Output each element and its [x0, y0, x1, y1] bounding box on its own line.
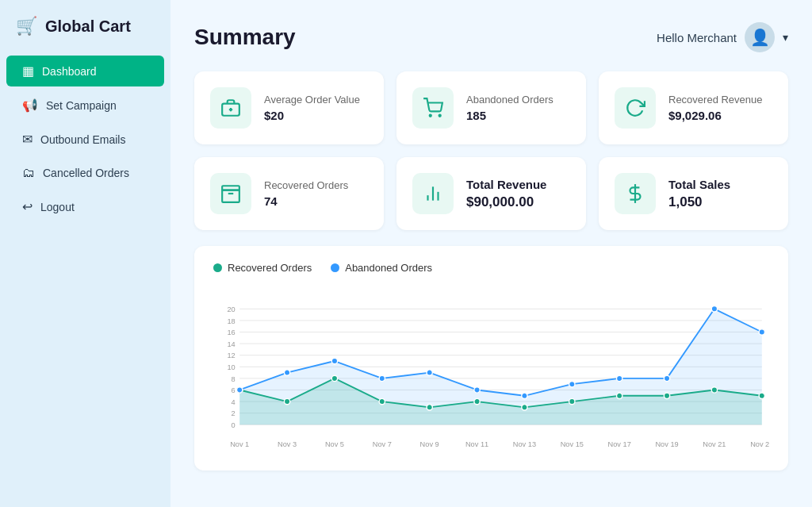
- svg-point-51: [522, 405, 527, 410]
- svg-text:18: 18: [227, 317, 235, 325]
- svg-point-54: [664, 393, 669, 398]
- stat-info: Recovered Orders 74: [264, 179, 348, 208]
- total-sales-icon: [615, 173, 656, 214]
- abandoned-orders-icon: [412, 87, 454, 129]
- legend-abandoned-orders: Abandoned Orders: [331, 262, 432, 274]
- sidebar-item-dashboard[interactable]: ▦ Dashboard: [6, 56, 164, 86]
- stat-card-recovered-revenue: Recovered Revenue $9,029.06: [599, 71, 788, 144]
- sidebar-item-label: Cancelled Orders: [43, 167, 129, 179]
- svg-point-47: [331, 375, 337, 381]
- svg-point-67: [711, 306, 717, 312]
- svg-text:Nov 17: Nov 17: [608, 440, 631, 448]
- stat-label: Total Revenue: [466, 178, 546, 191]
- svg-text:14: 14: [227, 340, 235, 348]
- sidebar-item-logout[interactable]: ↩ Logout: [6, 191, 164, 222]
- svg-point-60: [379, 375, 385, 381]
- email-icon: ✉: [22, 132, 33, 147]
- sidebar: 🛒 Global Cart ▦ Dashboard 📢 Set Campaign…: [0, 0, 170, 507]
- recovered-revenue-icon: [615, 87, 656, 129]
- svg-text:Nov 21: Nov 21: [703, 440, 726, 448]
- main-header: Summary Hello Merchant 👤 ▾: [194, 22, 788, 52]
- avg-order-value-icon: [210, 87, 251, 129]
- svg-text:20: 20: [227, 305, 235, 313]
- stat-value: 74: [264, 194, 348, 208]
- svg-point-58: [284, 370, 289, 375]
- stat-info: Abandoned Orders 185: [466, 94, 553, 122]
- svg-point-4: [439, 115, 441, 117]
- user-menu[interactable]: Hello Merchant 👤 ▾: [657, 22, 788, 52]
- stat-card-total-revenue: Total Revenue $90,000.00: [396, 157, 586, 230]
- svg-text:Nov 9: Nov 9: [420, 440, 439, 448]
- legend-abandoned-label: Abandoned Orders: [345, 262, 432, 274]
- sidebar-item-label: Dashboard: [42, 65, 97, 78]
- legend-recovered-label: Recovered Orders: [228, 262, 312, 274]
- app-name: Global Cart: [45, 17, 131, 36]
- line-chart: 02468101214161820Nov 1Nov 3Nov 5Nov 7Nov…: [213, 283, 769, 458]
- svg-text:Nov 1: Nov 1: [230, 440, 249, 448]
- svg-point-57: [237, 387, 243, 393]
- cart-icon: 🛒: [16, 16, 37, 36]
- stat-info: Total Sales 1,050: [668, 178, 730, 210]
- recovered-orders-icon: [210, 173, 251, 214]
- avatar: 👤: [745, 22, 775, 52]
- user-greeting: Hello Merchant: [657, 31, 737, 44]
- sidebar-item-label: Logout: [40, 201, 75, 213]
- svg-point-61: [427, 370, 432, 375]
- stat-label: Abandoned Orders: [466, 94, 553, 106]
- page-title: Summary: [194, 25, 296, 50]
- svg-point-66: [664, 375, 669, 381]
- chevron-down-icon: ▾: [783, 31, 788, 44]
- sidebar-item-label: Outbound Emails: [40, 133, 125, 146]
- svg-point-48: [379, 398, 385, 404]
- sidebar-item-label: Set Campaign: [46, 99, 117, 112]
- stat-info: Average Order Value $20: [264, 94, 360, 122]
- svg-text:Nov 19: Nov 19: [655, 440, 678, 448]
- svg-text:8: 8: [232, 375, 236, 383]
- svg-text:Nov 24: Nov 24: [750, 440, 769, 448]
- legend-recovered-orders: Recovered Orders: [213, 262, 312, 274]
- svg-point-3: [430, 115, 431, 117]
- svg-text:0: 0: [232, 421, 236, 429]
- svg-text:12: 12: [227, 351, 235, 359]
- svg-text:16: 16: [227, 328, 235, 336]
- stat-value: 185: [466, 109, 553, 122]
- svg-point-46: [284, 398, 289, 404]
- svg-point-56: [759, 393, 764, 398]
- main-content: Summary Hello Merchant 👤 ▾ Average Order…: [170, 0, 812, 507]
- svg-point-55: [711, 387, 717, 393]
- stat-label: Recovered Orders: [264, 179, 348, 191]
- stat-value: 1,050: [668, 194, 730, 210]
- svg-point-68: [759, 329, 764, 335]
- stat-label: Total Sales: [668, 178, 730, 191]
- svg-text:2: 2: [232, 409, 236, 417]
- stat-card-total-sales: Total Sales 1,050: [599, 157, 788, 230]
- chart-area: 02468101214161820Nov 1Nov 3Nov 5Nov 7Nov…: [213, 283, 769, 458]
- total-revenue-icon: [412, 173, 454, 214]
- svg-text:Nov 13: Nov 13: [513, 440, 536, 448]
- logout-icon: ↩: [22, 199, 33, 214]
- stat-label: Average Order Value: [264, 94, 360, 106]
- svg-point-50: [474, 398, 480, 404]
- svg-point-53: [616, 393, 622, 398]
- stats-grid: Average Order Value $20 Abandoned Orders…: [194, 71, 788, 230]
- campaign-icon: 📢: [22, 98, 38, 113]
- stat-card-avg-order-value: Average Order Value $20: [194, 71, 384, 144]
- svg-text:Nov 15: Nov 15: [561, 440, 584, 448]
- svg-point-49: [427, 405, 432, 410]
- stat-card-recovered-orders: Recovered Orders 74: [194, 157, 384, 230]
- sidebar-item-cancelled-orders[interactable]: 🗂 Cancelled Orders: [6, 158, 164, 188]
- sidebar-item-outbound-emails[interactable]: ✉ Outbound Emails: [6, 124, 164, 155]
- recovered-orders-dot: [213, 263, 222, 272]
- svg-point-64: [569, 382, 575, 387]
- cancelled-icon: 🗂: [22, 166, 35, 180]
- svg-point-52: [569, 398, 575, 404]
- svg-text:10: 10: [227, 363, 235, 371]
- abandoned-orders-dot: [331, 263, 339, 272]
- svg-text:Nov 11: Nov 11: [465, 440, 488, 448]
- stat-label: Recovered Revenue: [668, 94, 763, 106]
- chart-legend: Recovered Orders Abandoned Orders: [213, 262, 769, 274]
- svg-text:Nov 3: Nov 3: [278, 440, 297, 448]
- sidebar-item-set-campaign[interactable]: 📢 Set Campaign: [6, 90, 164, 121]
- chart-container: Recovered Orders Abandoned Orders 024681…: [194, 246, 788, 471]
- dashboard-icon: ▦: [22, 63, 34, 79]
